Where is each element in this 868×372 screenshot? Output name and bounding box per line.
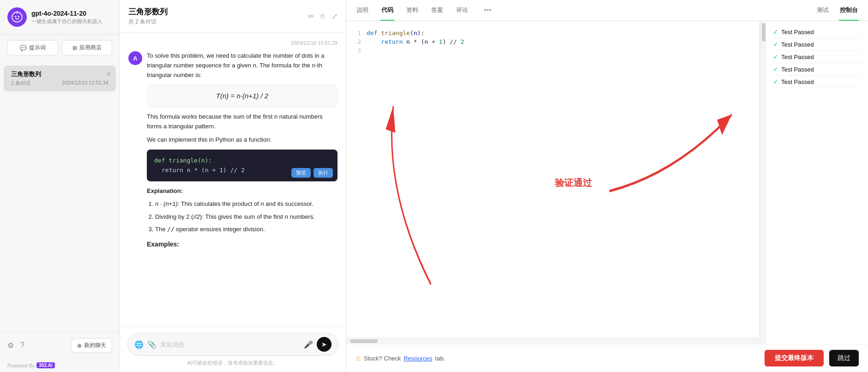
send-button[interactable]: ➤ [317,337,332,352]
examples-title: Examples: [147,239,338,249]
code-action-buttons: 预览 执行 [291,168,333,178]
share-icon[interactable]: ⎋ [320,12,325,21]
chat-title: 三角形数列 [128,6,168,17]
code-line-2: 2 return n * (n + 1) // 2 [346,37,760,46]
prompts-button[interactable]: 💬 提示词 [7,40,58,55]
chat-header-icons: ✏ ⎋ ⤢ [308,12,338,21]
chat-code-block: def triangle(n): return n * (n + 1) // 2… [147,150,338,182]
avatar: A [128,51,142,65]
test-result-4: ✓ Test Passed [773,63,862,76]
conversation-time: 2024/12/10 13:51:34 [62,80,108,87]
skip-button[interactable]: 跳过 [829,350,859,366]
code-tabs: 说明 代码 资料 答案 评论 ••• 测试 控制台 [346,0,868,21]
message-text-1: To solve this problem, we need to calcul… [147,51,338,80]
chat-disclaimer: AI可能会犯错误，请考虑核实重要信息。 [127,360,338,366]
expand-icon[interactable]: ⤢ [332,12,338,21]
powered-by: Powered By 302.AI [0,358,120,372]
chat-input[interactable] [160,341,300,348]
scrollbar-thumb[interactable] [762,23,766,42]
conversation-list: 三角形数列 2 条对话 2024/12/10 13:51:34 ✕ [0,61,120,332]
code-editor[interactable]: 1 def triangle(n): 2 return n * (n + 1) … [346,21,760,344]
close-icon[interactable]: ✕ [106,70,111,78]
appstore-button[interactable]: ⊞ 应用商店 [62,40,113,55]
attach-icon[interactable]: 🌐 [134,340,144,349]
chat-input-area: 🌐 📎 🎤 ➤ AI可能会犯错误，请考虑核实重要信息。 [120,327,346,372]
sidebar-header: gpt-4o-2024-11-20 一键生成属于自己的聊天机器人 [0,0,120,35]
test-label-4: Test Passed [781,66,814,73]
editor-scrollbar[interactable] [760,21,766,344]
plus-icon: ⊕ [77,342,82,349]
check-icon-4: ✓ [773,66,778,73]
conversation-item[interactable]: 三角形数列 2 条对话 2024/12/10 13:51:34 ✕ [4,66,116,91]
horizontal-scrollbar[interactable] [346,337,766,344]
conversation-count: 2 条对话 [11,80,30,87]
app-logo [7,7,27,27]
chat-subtitle: 共 2 条对话 [128,18,168,26]
mic-icon[interactable]: 🎤 [304,340,313,349]
line-number-3: 3 [352,47,361,54]
chat-code-line-1: def triangle(n): [154,156,330,166]
stuck-message: ⚠ Stuck? Check Resources tab. [356,355,445,362]
line-number-2: 2 [352,38,361,45]
more-tabs-icon[interactable]: ••• [484,6,492,14]
message-time: 2024/12/10 13:51:29 [128,40,338,46]
help-icon[interactable]: ? [20,341,24,350]
line-code-2: return n * (n + 1) // 2 [367,38,464,45]
edit-icon[interactable]: ✏ [308,12,314,21]
right-tabs: 测试 控制台 [816,0,859,20]
clip-icon[interactable]: 📎 [147,340,157,349]
stuck-text-label: Stuck? Check [364,355,401,362]
check-icon-1: ✓ [773,28,778,36]
tab-resources[interactable]: 资料 [405,0,419,21]
app-name: gpt-4o-2024-11-20 [31,10,102,17]
svg-point-1 [15,16,16,17]
bot-icon [11,11,23,23]
verified-text: 验证通过 [555,176,592,189]
tab-console[interactable]: 控制台 [839,0,859,21]
grid-icon: ⊞ [72,45,77,51]
formula: T(n) = n·(n+1) / 2 [216,92,268,100]
powered-badge: 302.AI [36,362,54,368]
settings-icon[interactable]: ⚙ [7,341,14,350]
line-code-1: def triangle(n): [367,30,424,36]
h-scrollbar-thumb[interactable] [350,339,378,343]
preview-button[interactable]: 预览 [291,168,311,178]
tab-test[interactable]: 测试 [816,0,830,21]
submit-button[interactable]: 提交最终版本 [765,350,824,366]
svg-point-4 [17,12,18,12]
tab-answer[interactable]: 答案 [430,0,444,21]
conversation-meta: 2 条对话 2024/12/10 13:51:34 [11,80,108,87]
chat-input-row: 🌐 📎 🎤 ➤ [127,333,338,356]
line-number-1: 1 [352,30,361,36]
test-result-5: ✓ Test Passed [773,76,862,88]
test-result-1: ✓ Test Passed [773,26,862,38]
check-icon-2: ✓ [773,41,778,48]
check-icon-3: ✓ [773,53,778,60]
chat-messages: 2024/12/10 13:51:29 A To solve this prob… [120,33,346,327]
conversation-title: 三角形数列 [11,70,108,78]
test-label-2: Test Passed [781,41,814,48]
code-line-1: 1 def triangle(n): [346,29,760,37]
explanation-section: Explanation: n · (n+1): This calculates … [147,186,338,234]
tab-comments[interactable]: 评论 [455,0,469,21]
chat-header-info: 三角形数列 共 2 条对话 [128,6,168,26]
code-panel-bottom: ⚠ Stuck? Check Resources tab. 提交最终版本 跳过 [346,344,868,372]
bottom-icons: ⚙ ? [7,341,24,350]
warning-icon: ⚠ [356,355,361,362]
impl-intro: We can implement this in Python as a fun… [147,135,338,145]
test-results-panel: ✓ Test Passed ✓ Test Passed ✓ Test Passe… [766,21,868,344]
formula-box: T(n) = n·(n+1) / 2 [147,84,338,108]
stuck-suffix: tab. [435,355,445,362]
tab-code[interactable]: 代码 [380,0,394,21]
resources-link[interactable]: Resources [404,355,432,362]
tab-description[interactable]: 说明 [356,0,369,21]
sidebar: gpt-4o-2024-11-20 一键生成属于自己的聊天机器人 💬 提示词 ⊞… [0,0,120,372]
sidebar-bottom: ⚙ ? ⊕ 新的聊天 [0,332,120,358]
prompts-icon: 💬 [20,45,27,51]
message-row: A To solve this problem, we need to calc… [128,51,338,252]
new-chat-button[interactable]: ⊕ 新的聊天 [71,338,112,353]
check-icon-5: ✓ [773,78,778,85]
run-button[interactable]: 执行 [313,168,333,178]
test-result-2: ✓ Test Passed [773,38,862,51]
explanation-item-3: The // operator ensures integer division… [155,224,338,234]
